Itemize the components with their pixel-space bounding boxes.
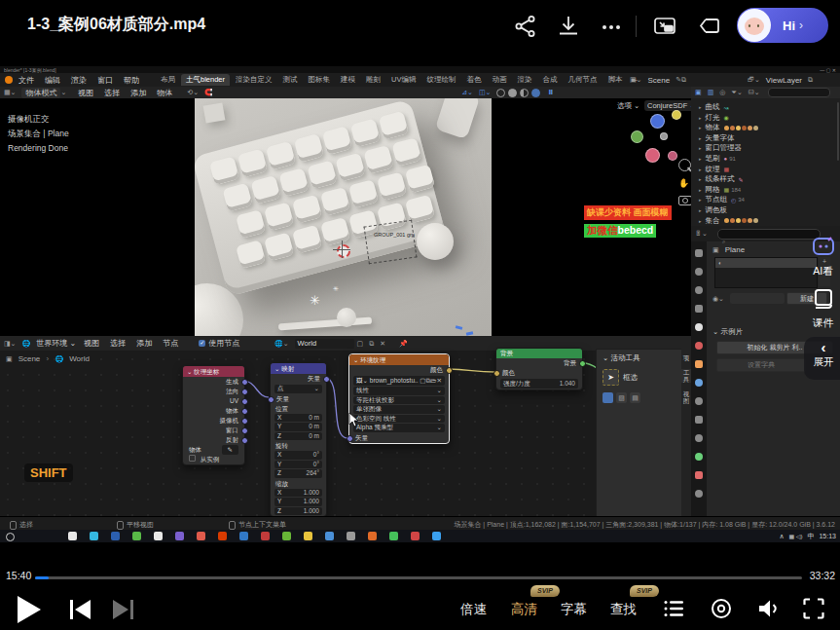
shading-wireframe-icon[interactable] (496, 89, 505, 97)
menu-2[interactable]: 渲染 (71, 75, 87, 86)
outliner-item-1[interactable]: ▸灯光◉ (691, 113, 840, 123)
properties-tab-11[interactable] (695, 453, 703, 461)
shader-node-editor[interactable]: ◨⌄🌐 世界环境 ⌄ 视图选择添加节点 ✓ 使用节点 🌐⌄ World ▢⧉✕ … (0, 336, 691, 516)
viewport-menu-3[interactable]: 物体 (157, 88, 172, 98)
workspace-tab-5[interactable]: 建模 (336, 74, 360, 86)
outliner-item-2[interactable]: ▸物体 (691, 123, 840, 132)
workspace-tab-1[interactable]: 土气blender (181, 74, 230, 86)
shading-material-icon[interactable] (520, 89, 529, 97)
outliner-item-7[interactable]: ▸线条样式✎ (691, 174, 840, 184)
menu-1[interactable]: 编辑 (45, 75, 60, 86)
active-tool-title[interactable]: ⌄ 活动工具 (603, 353, 682, 363)
expand-triangle-icon[interactable]: ▸ (699, 135, 702, 141)
expand-triangle-icon[interactable]: ▸ (699, 187, 702, 193)
taskbar-app-icon-0[interactable] (68, 532, 77, 540)
viewport-3d[interactable]: GROUP_001 grp ✳ ✳ 摄像机正交场景集合 | PlaneRende… (0, 98, 691, 336)
workspace-tab-9[interactable]: 着色 (461, 74, 486, 86)
workspace-tab-4[interactable]: 图标集 (304, 74, 336, 86)
viewport-shading-cluster[interactable]: ⊿⌄ ◫⌄ Ⅱ (461, 89, 559, 97)
npanel-tab-视图[interactable]: 视 图 (681, 390, 691, 404)
npanel-tab-项[interactable]: 项 (681, 354, 691, 361)
taskbar-app-icon-13[interactable] (347, 532, 355, 540)
taskbar-app-icon-1[interactable] (90, 532, 98, 540)
gizmo-axis-4[interactable] (668, 151, 677, 161)
expand-triangle-icon[interactable]: ▸ (699, 104, 702, 110)
expand-triangle-icon[interactable]: ▸ (699, 167, 702, 172)
expand-triangle-icon[interactable]: ▸ (699, 197, 702, 203)
box-select-tool-icon[interactable]: ➤ (603, 369, 619, 386)
shading-rendered-icon[interactable] (531, 89, 540, 97)
mapping-value-缩放-Z[interactable]: Z1.000 (274, 507, 322, 516)
texcoord-output-6[interactable]: 反射 (183, 435, 244, 445)
tool-option-icon-3[interactable]: ▤ (630, 392, 640, 403)
video-frame[interactable]: blender* [1-3案例.blend] — ▢ ✕ 文件编辑渲染窗口帮助 … (0, 66, 840, 542)
download-icon[interactable] (556, 14, 581, 39)
background-output[interactable]: 背景 (496, 358, 582, 368)
fullscreen-icon[interactable] (803, 598, 824, 623)
camera-view-icon[interactable] (678, 196, 691, 205)
texcoord-object-field[interactable]: 物体 ✎ (183, 445, 244, 455)
expand-triangle-icon[interactable]: ▸ (699, 145, 702, 151)
envtex-row-0[interactable]: 线性⌄ (353, 387, 445, 395)
account-button[interactable]: Hi › (737, 8, 828, 43)
properties-search-input[interactable]: ⌕ (717, 229, 821, 240)
texcoord-output-5[interactable]: 窗口 (183, 426, 244, 435)
mapping-value-缩放-X[interactable]: X1.000 (274, 489, 322, 498)
background-strength-field[interactable]: 强度/力度 1.040 (500, 379, 578, 389)
next-button[interactable] (113, 600, 128, 619)
viewport-menu-0[interactable]: 视图 (78, 88, 93, 98)
menu-0[interactable]: 文件 (18, 75, 34, 86)
share-icon[interactable] (513, 14, 538, 39)
properties-tab-13[interactable] (695, 490, 703, 498)
gizmo-axis-0[interactable] (650, 114, 665, 129)
more-icon[interactable] (599, 14, 624, 39)
expand-triangle-icon[interactable]: ▸ (699, 218, 702, 224)
taskbar-app-icon-14[interactable] (368, 532, 377, 540)
workspace-tab-14[interactable]: 脚本 (603, 74, 627, 86)
envtex-row-4[interactable]: Alpha 预乘型⌄ (353, 424, 445, 432)
workspace-tab-2[interactable]: 渲染自定义 (231, 74, 277, 86)
properties-tab-10[interactable] (695, 434, 703, 442)
envtex-image-field[interactable]: 🖼⌄ brown_photostu..▢⧉🗁✕ (353, 376, 445, 386)
taskbar-app-icon-10[interactable] (282, 532, 291, 540)
workspace-tab-11[interactable]: 渲染 (512, 74, 536, 86)
playback-speed-button[interactable]: 倍速 (460, 601, 487, 618)
expand-triangle-icon[interactable]: ▸ (699, 125, 702, 130)
outliner-item-0[interactable]: ▸曲线↝ (691, 102, 840, 112)
texcoord-output-0[interactable]: 生成 (183, 377, 244, 387)
taskbar-app-icon-4[interactable] (154, 532, 163, 540)
tool-option-icon-1[interactable] (603, 392, 613, 403)
cast-screen-icon[interactable] (697, 14, 722, 39)
expand-triangle-icon[interactable]: ▸ (699, 156, 702, 162)
mapping-value-缩放-Y[interactable]: Y1.000 (274, 498, 322, 506)
envtex-output-color[interactable]: 颜色 (349, 365, 449, 375)
taskbar-app-icon-16[interactable] (411, 532, 420, 540)
node-menu-3[interactable]: 节点 (163, 338, 178, 349)
menu-4[interactable]: 帮助 (124, 75, 139, 86)
mode-dropdown[interactable]: 物体模式 (21, 88, 60, 98)
progress-bar[interactable] (35, 576, 802, 579)
scene-selector[interactable]: ▣⌄Scene✎⧉ (630, 76, 692, 85)
node-menu-2[interactable]: 添加 (136, 338, 152, 349)
quality-button[interactable]: 高清 (511, 601, 537, 618)
envtex-row-2[interactable]: 单张图像⌄ (353, 405, 445, 414)
group-wireframe-box[interactable] (364, 220, 418, 265)
taskbar-app-icon-17[interactable] (432, 532, 441, 540)
material-id-field[interactable] (730, 293, 785, 304)
workspace-tab-10[interactable]: 动画 (487, 74, 511, 86)
taskbar-app-icon-9[interactable] (261, 532, 270, 540)
outliner-item-6[interactable]: ▸纹理▦ (691, 165, 840, 174)
tool-option-icon-2[interactable]: ▨ (616, 392, 627, 403)
workspace-tab-13[interactable]: 几何节点 (563, 74, 602, 86)
node-texcoord-header[interactable]: ⌄ 纹理坐标 (183, 366, 244, 377)
properties-tab-1[interactable] (695, 268, 703, 276)
node-mapping[interactable]: ⌄ 映射 矢量 点⌄ 矢量 位置X0 mY0 mZ0 m旋转X0°Y0°Z264… (270, 362, 327, 516)
envtex-input-vector[interactable]: 矢量 (349, 433, 449, 443)
taskbar-app-icon-7[interactable] (218, 532, 227, 540)
mapping-value-位置-Z[interactable]: Z0 m (274, 432, 322, 441)
properties-panel-title[interactable]: ⌄ 示例片 (712, 327, 743, 337)
properties-tab-2[interactable] (695, 286, 703, 294)
ai-watch-button[interactable]: AI看 (806, 237, 840, 278)
shader-type-dropdown[interactable]: 世界环境 ⌄ (36, 338, 76, 349)
workspace-tab-8[interactable]: 纹理绘制 (421, 74, 460, 86)
